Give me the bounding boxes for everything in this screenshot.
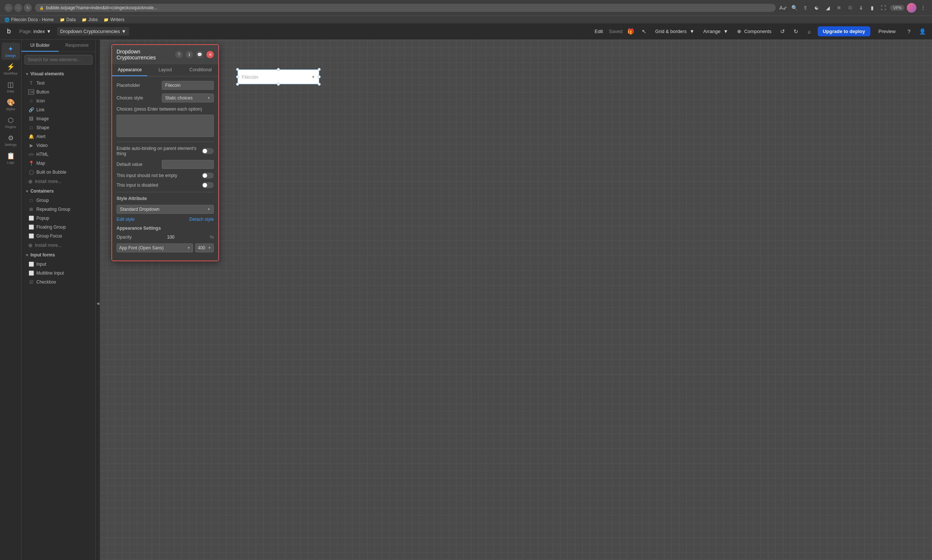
sidebar-item-plugins[interactable]: ⬡ Plugins: [2, 114, 20, 131]
selection-handle-bm[interactable]: [277, 83, 280, 86]
upgrade-button[interactable]: Upgrade to deploy: [818, 26, 870, 36]
sidebar-item-design[interactable]: ✦ Design: [2, 43, 20, 60]
tab-responsive[interactable]: Responsive: [58, 40, 96, 52]
bookmark-jobs[interactable]: 📁 Jobs: [82, 17, 98, 22]
style-dropdown[interactable]: Standard Dropdown ▼: [117, 205, 214, 214]
element-shape[interactable]: □ Shape: [22, 123, 95, 132]
choices-style-select[interactable]: Static choices ▼: [162, 94, 214, 102]
selection-handle-tr[interactable]: [318, 68, 321, 71]
canvas-area[interactable]: Dropdown Cryptocurrencies ? ℹ 💬 ✕ Appear…: [100, 40, 932, 560]
sidebar-item-workflow[interactable]: ⚡ Workflow: [2, 60, 20, 78]
selection-handle-mr[interactable]: [318, 75, 321, 78]
back-button[interactable]: ←: [5, 4, 12, 12]
element-video[interactable]: ▶ Video: [22, 141, 95, 150]
sidebar-item-settings[interactable]: ⚙ Settings: [2, 132, 20, 149]
grid-borders-button[interactable]: Grid & borders ▼: [652, 27, 697, 35]
element-alert[interactable]: 🔔 Alert: [22, 132, 95, 141]
element-group[interactable]: □ Group: [22, 196, 95, 205]
install-more-visual[interactable]: ⊕ Install more...: [22, 177, 95, 186]
selection-handle-tl[interactable]: [236, 68, 239, 71]
sidebar-item-styles[interactable]: 🎨 Styles: [2, 96, 20, 113]
detach-style-button[interactable]: Detach style: [189, 217, 214, 222]
reload-button[interactable]: ↻: [24, 4, 32, 12]
share-icon[interactable]: ⇧: [801, 3, 810, 12]
element-built-on-bubble[interactable]: ◯ Built on Bubble: [22, 168, 95, 177]
sidebar-item-data[interactable]: ◫ Data: [2, 78, 20, 95]
bookmark-filecoin-docs[interactable]: 🌐 Filecoin Docs - Home: [5, 17, 54, 22]
element-text[interactable]: T Text: [22, 78, 95, 88]
gift-icon[interactable]: 🎁: [625, 26, 636, 37]
element-floating-group[interactable]: ⬜ Floating Group: [22, 223, 95, 232]
auto-binding-toggle[interactable]: [202, 148, 214, 154]
element-link[interactable]: 🔗 Link: [22, 105, 95, 114]
element-repeating-group[interactable]: ⊞ Repeating Group: [22, 205, 95, 214]
section-visual-elements[interactable]: ▼ Visual elements: [22, 69, 95, 78]
collapse-handle[interactable]: ◀: [96, 40, 100, 560]
element-checkbox[interactable]: ☑ Checkbox: [22, 278, 95, 286]
undo-icon[interactable]: ↺: [778, 26, 788, 37]
edit-button[interactable]: Edit: [592, 27, 606, 35]
not-empty-toggle[interactable]: [202, 172, 214, 178]
element-button[interactable]: OK Button: [22, 88, 95, 97]
edit-style-button[interactable]: Edit style: [117, 217, 135, 222]
dropdown-widget[interactable]: Filecoin ▼: [238, 69, 319, 84]
search-input[interactable]: [25, 55, 92, 65]
bookmark-writers[interactable]: 📁 Writers: [103, 17, 125, 22]
info-icon[interactable]: ℹ: [186, 51, 193, 58]
preview-button[interactable]: Preview: [874, 26, 901, 36]
element-image[interactable]: 🖼 Image: [22, 114, 95, 123]
default-value-input[interactable]: [162, 160, 214, 169]
search-icon[interactable]: ⌕: [804, 26, 815, 37]
install-more-containers[interactable]: ⊕ Install more...: [22, 240, 95, 250]
tab-appearance[interactable]: Appearance: [112, 64, 148, 76]
element-popup[interactable]: ⬜ Popup: [22, 214, 95, 223]
cursor-icon[interactable]: ↖: [639, 26, 649, 37]
help-icon[interactable]: ?: [175, 51, 183, 58]
selection-handle-bl[interactable]: [236, 83, 239, 86]
vpn-button[interactable]: VPN: [890, 5, 904, 11]
section-containers[interactable]: ▼ Containers: [22, 186, 95, 196]
bookmark-data[interactable]: 📁 Data: [60, 17, 76, 22]
sidebar-toggle-icon[interactable]: ▮: [868, 3, 877, 12]
comment-icon[interactable]: 💬: [196, 51, 203, 58]
extension-icon3[interactable]: ⚛: [834, 3, 843, 12]
placeholder-input[interactable]: [162, 81, 214, 90]
element-multiline-input[interactable]: ⬜ Multiline Input: [22, 269, 95, 278]
download-icon[interactable]: ⇓: [857, 3, 866, 12]
extension-icon2[interactable]: ◢: [823, 3, 832, 12]
canvas-element-container[interactable]: Filecoin ▼: [238, 69, 319, 84]
screenshot-icon[interactable]: ⛶: [879, 3, 888, 12]
components-button[interactable]: ⊕ Components: [734, 27, 775, 35]
element-group-focus[interactable]: ⬜ Group Focus: [22, 232, 95, 240]
selection-handle-br[interactable]: [318, 83, 321, 86]
selection-handle-ml[interactable]: [236, 75, 239, 78]
zoom-icon[interactable]: 🔍: [790, 3, 799, 12]
choices-textarea[interactable]: [117, 115, 214, 137]
redo-icon[interactable]: ↻: [791, 26, 801, 37]
tab-ui-builder[interactable]: UI Builder: [22, 40, 58, 52]
profile-button[interactable]: [907, 3, 917, 12]
element-icon[interactable]: ☆ Icon: [22, 97, 95, 105]
font-select[interactable]: App Font (Open Sans) ▼: [117, 243, 193, 252]
address-bar[interactable]: 🔒 bubble.io/page?name=index&id=coingecko…: [35, 4, 776, 12]
extension-icon1[interactable]: ☯: [812, 3, 821, 12]
disabled-toggle[interactable]: [202, 182, 214, 188]
selection-handle-tm[interactable]: [277, 68, 280, 71]
arrange-button[interactable]: Arrange ▼: [700, 27, 731, 35]
account-icon[interactable]: 👤: [917, 26, 927, 37]
element-map[interactable]: 📍 Map: [22, 159, 95, 168]
menu-icon[interactable]: ⋮: [919, 3, 927, 12]
sidebar-item-logs[interactable]: 📋 Logs: [2, 149, 20, 167]
element-name-selector[interactable]: Dropdown Cryptocurrencies ▼: [57, 27, 129, 35]
translate-icon[interactable]: A⇙: [779, 3, 787, 12]
help-icon[interactable]: ?: [904, 26, 914, 37]
font-weight-select[interactable]: 400 ▼: [195, 243, 214, 252]
tab-conditional[interactable]: Conditional: [183, 64, 218, 76]
tab-layout[interactable]: Layout: [148, 64, 183, 76]
page-selector[interactable]: Page: index ▼: [16, 27, 54, 35]
forward-button[interactable]: →: [14, 4, 22, 12]
element-html[interactable]: </> HTML: [22, 150, 95, 159]
section-input-forms[interactable]: ▼ Input forms: [22, 250, 95, 260]
extensions-icon[interactable]: ♲: [846, 3, 854, 12]
close-button[interactable]: ✕: [206, 51, 214, 58]
